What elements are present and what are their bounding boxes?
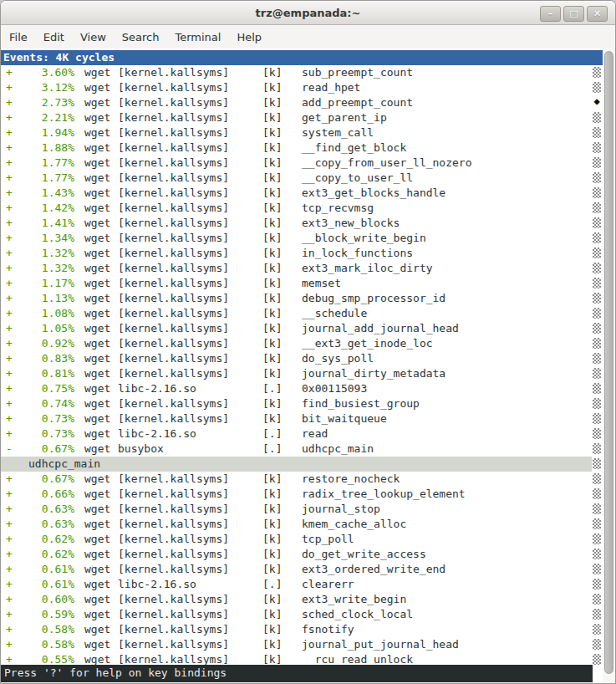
symbol-name: 0x00115093 (302, 381, 367, 396)
command: wget (84, 231, 118, 246)
perf-row-journal_add_journal_head[interactable]: +1.05%wget[kernel.kallsyms][k]journal_ad… (1, 321, 604, 336)
privilege-level: [k] (262, 306, 302, 321)
overhead-percent: 0.75% (31, 381, 74, 396)
symbol-name: restore_nocheck (302, 472, 400, 487)
overhead-percent: 0.74% (31, 396, 74, 411)
privilege-level: [k] (262, 637, 302, 652)
symbol-name: ext3_new_blocks (302, 216, 400, 231)
perf-row-in_lock_functions[interactable]: +1.32%wget[kernel.kallsyms][k]in_lock_fu… (1, 246, 604, 261)
command: wget (84, 321, 118, 336)
menu-item-edit[interactable]: Edit (43, 31, 64, 43)
fold-toggle: + (1, 381, 31, 396)
perf-row-ext3_ordered_write_end[interactable]: +0.61%wget[kernel.kallsyms][k]ext3_order… (1, 562, 604, 577)
perf-row-kmem_cache_alloc[interactable]: +0.63%wget[kernel.kallsyms][k]kmem_cache… (1, 517, 604, 532)
perf-row-journal_dirty_metadata[interactable]: +0.81%wget[kernel.kallsyms][k]journal_di… (1, 366, 604, 381)
perf-row-fsnotify[interactable]: +0.58%wget[kernel.kallsyms][k]fsnotify (1, 622, 604, 637)
perf-row-ext3_write_begin[interactable]: +0.60%wget[kernel.kallsyms][k]ext3_write… (1, 592, 604, 607)
perf-row-0x00115093[interactable]: +0.75%wgetlibc-2.16.so[.]0x00115093 (1, 381, 604, 396)
privilege-level: [k] (262, 65, 302, 80)
perf-row-__ext3_get_inode_loc[interactable]: +0.92%wget[kernel.kallsyms][k]__ext3_get… (1, 336, 604, 351)
perf-row-ext3_new_blocks[interactable]: +1.41%wget[kernel.kallsyms][k]ext3_new_b… (1, 216, 604, 231)
fold-toggle: + (1, 592, 31, 607)
perf-row-restore_nocheck[interactable]: +0.67%wget[kernel.kallsyms][k]restore_no… (1, 472, 604, 487)
minimize-button[interactable]: – (540, 6, 561, 22)
close-button[interactable]: ✕ (587, 6, 608, 22)
scroll-position-diamond-icon: ◆ (593, 96, 601, 107)
scrollbar-thumb[interactable] (604, 51, 613, 674)
menu-item-file[interactable]: File (9, 31, 28, 43)
perf-row-ext3_get_blocks_handle[interactable]: +1.43%wget[kernel.kallsyms][k]ext3_get_b… (1, 186, 604, 201)
perf-row-__block_write_begin[interactable]: +1.34%wget[kernel.kallsyms][k]__block_wr… (1, 231, 604, 246)
scroll-track-marker-icon (593, 639, 601, 650)
perf-row-__copy_from_user_ll_nozero[interactable]: +1.77%wget[kernel.kallsyms][k]__copy_fro… (1, 156, 604, 171)
fold-toggle: + (1, 517, 31, 532)
fold-toggle: + (1, 291, 31, 306)
perf-row-sched_clock_local[interactable]: +0.59%wget[kernel.kallsyms][k]sched_cloc… (1, 607, 604, 622)
perf-row-do_get_write_access[interactable]: +0.62%wget[kernel.kallsyms][k]do_get_wri… (1, 547, 604, 562)
fold-toggle: + (1, 276, 31, 291)
overhead-percent: 0.61% (31, 577, 74, 592)
perf-callchain-row[interactable]: udhcpc_main (1, 457, 592, 472)
scroll-track-marker-icon (593, 533, 601, 544)
shared-object: [kernel.kallsyms] (118, 156, 262, 171)
scroll-track-marker-icon (593, 157, 601, 168)
menu-item-view[interactable]: View (80, 31, 106, 43)
perf-row-ext3_mark_iloc_dirty[interactable]: +1.32%wget[kernel.kallsyms][k]ext3_mark_… (1, 261, 604, 276)
command: wget (84, 156, 118, 171)
overhead-percent: 1.94% (31, 125, 74, 140)
command: wget (84, 622, 118, 637)
privilege-level: [k] (262, 186, 302, 201)
perf-row-memset[interactable]: +1.17%wget[kernel.kallsyms][k]memset (1, 276, 604, 291)
overhead-percent: 0.67% (31, 442, 74, 457)
perf-row-add_preempt_count[interactable]: +2.73%wget[kernel.kallsyms][k]add_preemp… (1, 95, 604, 110)
fold-toggle: - (1, 442, 31, 457)
title-bar[interactable]: trz@empanada:~ – □ ✕ (1, 1, 615, 25)
menu-item-help[interactable]: Help (237, 31, 262, 43)
perf-row-system_call[interactable]: +1.94%wget[kernel.kallsyms][k]system_cal… (1, 125, 604, 140)
command: wget (84, 95, 118, 110)
perf-row-journal_stop[interactable]: +0.63%wget[kernel.kallsyms][k]journal_st… (1, 502, 604, 517)
terminal-screen[interactable]: Events: 4K cycles +3.60%wget[kernel.kall… (1, 48, 615, 683)
perf-row-tcp_poll[interactable]: +0.62%wget[kernel.kallsyms][k]tcp_poll (1, 532, 604, 547)
menu-item-search[interactable]: Search (122, 31, 160, 43)
perf-row-bit_waitqueue[interactable]: +0.73%wget[kernel.kallsyms][k]bit_waitqu… (1, 411, 604, 426)
overhead-percent: 1.05% (31, 321, 74, 336)
shared-object: [kernel.kallsyms] (118, 246, 262, 261)
perf-row-get_parent_ip[interactable]: +2.21%wget[kernel.kallsyms][k]get_parent… (1, 110, 604, 125)
scrollbar-track[interactable] (603, 48, 615, 683)
perf-row-radix_tree_lookup_element[interactable]: +0.66%wget[kernel.kallsyms][k]radix_tree… (1, 487, 604, 502)
perf-row-debug_smp_processor_id[interactable]: +1.13%wget[kernel.kallsyms][k]debug_smp_… (1, 291, 604, 306)
perf-row-find_busiest_group[interactable]: +0.74%wget[kernel.kallsyms][k]find_busie… (1, 396, 604, 411)
menu-item-terminal[interactable]: Terminal (175, 31, 221, 43)
symbol-name: journal_put_journal_head (302, 637, 459, 652)
privilege-level: [k] (262, 532, 302, 547)
fold-toggle: + (1, 547, 31, 562)
perf-row-udhcpc_main[interactable]: -0.67%wgetbusybox[.]udhcpc_main (1, 442, 604, 457)
perf-row-tcp_recvmsg[interactable]: +1.42%wget[kernel.kallsyms][k]tcp_recvms… (1, 201, 604, 216)
perf-row-do_sys_poll[interactable]: +0.83%wget[kernel.kallsyms][k]do_sys_pol… (1, 351, 604, 366)
perf-row-sub_preempt_count[interactable]: +3.60%wget[kernel.kallsyms][k]sub_preemp… (1, 65, 604, 80)
maximize-button[interactable]: □ (563, 6, 584, 22)
overhead-percent: 0.92% (31, 336, 74, 351)
command: wget (84, 80, 118, 95)
overhead-percent: 1.08% (31, 306, 74, 321)
command: wget (84, 351, 118, 366)
fold-toggle: + (1, 95, 31, 110)
perf-row-journal_put_journal_head[interactable]: +0.58%wget[kernel.kallsyms][k]journal_pu… (1, 637, 604, 652)
privilege-level: [k] (262, 472, 302, 487)
symbol-name: clearerr (302, 577, 354, 592)
fold-toggle: + (1, 201, 31, 216)
symbol-name: memset (302, 276, 341, 291)
perf-row-__schedule[interactable]: +1.08%wget[kernel.kallsyms][k]__schedule (1, 306, 604, 321)
perf-row-read[interactable]: +0.73%wgetlibc-2.16.so[.]read (1, 426, 604, 442)
command: wget (84, 171, 118, 186)
perf-row-__find_get_block[interactable]: +1.88%wget[kernel.kallsyms][k]__find_get… (1, 140, 604, 156)
symbol-name: ext3_mark_iloc_dirty (302, 261, 433, 276)
perf-row-read_hpet[interactable]: +3.12%wget[kernel.kallsyms][k]read_hpet (1, 80, 604, 95)
perf-row-__copy_to_user_ll[interactable]: +1.77%wget[kernel.kallsyms][k]__copy_to_… (1, 171, 604, 186)
overhead-percent: 0.73% (31, 411, 74, 426)
perf-row-clearerr[interactable]: +0.61%wgetlibc-2.16.so[.]clearerr (1, 577, 604, 592)
symbol-name: read_hpet (302, 80, 360, 95)
overhead-percent: 1.13% (31, 291, 74, 306)
scroll-track-marker-icon (593, 82, 601, 93)
